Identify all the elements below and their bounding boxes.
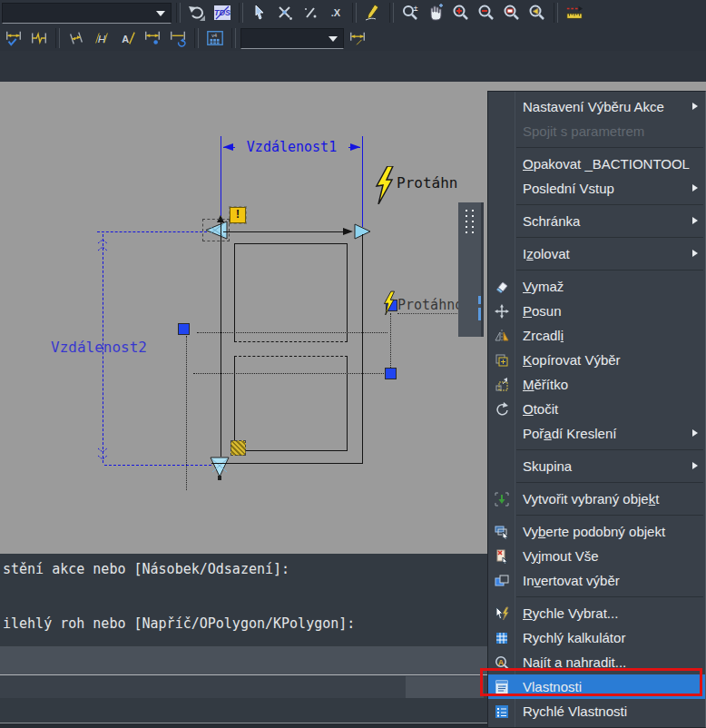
menu-item-label: Rychlý kalkulátor [515,630,625,645]
annotation-highlight-box [480,668,702,696]
menu-item-vytvo-it-vybran-objekt[interactable]: Vytvořit vybraný objekt [488,487,705,511]
grip-hatched[interactable] [230,440,246,456]
submenu-arrow-icon [692,250,698,257]
menu-item-label: Rychlé Vlastnosti [515,703,627,719]
menu-item-rychl-vlastnosti[interactable]: Rychlé Vlastnosti [488,699,705,723]
zoom-realtime-icon[interactable]: ± [398,2,422,24]
dim-linear-icon[interactable] [346,27,369,49]
break-at-point-icon[interactable] [299,2,322,24]
menu-item-zrcadli[interactable]: Zrcadli [488,323,705,348]
menu-item-schr-nka[interactable]: Schránka [488,209,705,233]
menu-item-po-ad-kreslen[interactable]: Pořadí Kreslení [488,421,705,446]
ruler-icon[interactable] [563,2,586,24]
dotted-line-v2 [390,313,391,369]
svg-text:v4: v4 [211,33,217,38]
dim-text-angle-icon[interactable]: A [115,27,139,49]
menu-item-vyma[interactable]: Vymaž [488,274,705,299]
menu-item-m-tko[interactable]: Měřítko [488,372,705,397]
menu-item-label: Poslední Vstup [515,181,614,196]
menu-item-posun[interactable]: Posun [488,299,705,323]
menu-item-posledn-vstup[interactable]: Poslední Vstup [488,176,705,201]
invert-selection-icon [488,574,515,588]
menu-item-invertovat-v-b-r[interactable]: Invertovat výběr [488,568,705,593]
dim-update-icon[interactable] [166,27,190,49]
frame-left-line [221,222,221,457]
menu-item-skupina[interactable]: Skupina [488,454,705,478]
dim-style-combo[interactable] [240,28,344,49]
dim-style-grid-icon[interactable]: v4 [203,27,227,49]
menu-item-izolovat[interactable]: Izolovat [488,241,705,266]
menu-item-vyjmout-v-e[interactable]: Vyjmout Vše [488,544,705,568]
toolbar-separator [554,3,558,23]
zoom-in-icon[interactable] [449,2,473,24]
toolbar-separator [55,28,60,48]
undo-arrow-icon[interactable] [185,2,209,24]
status-bar-segment[interactable] [406,676,484,698]
menu-item-oto-it[interactable]: Otočit [488,397,705,421]
toolbar-separator [389,3,394,23]
style-combo[interactable] [2,3,172,24]
menu-item-label: Invertovat výběr [515,573,620,588]
menu-item-rychl-kalkul-tor[interactable]: Rychlý kalkulátor [488,625,705,650]
grip-triangle-down[interactable] [209,456,230,480]
dimension-label-1: Vzdálenost1 [235,139,348,155]
svg-text:A: A [122,34,129,44]
zoom-window-icon[interactable] [500,2,524,24]
select-cursor-icon[interactable] [248,2,271,24]
menu-item-spojit-s-parametrem[interactable]: Spojit s parametrem [488,119,705,143]
chevron-down-icon [328,36,338,42]
menu-item-kop-rovat-v-b-r[interactable]: Kopírovat Výběr [488,348,705,372]
palette-tick-1 [478,296,481,304]
quick-select-icon [488,606,515,621]
dim1-extension-right [362,136,363,227]
menu-item-opakovat-bactiontool[interactable]: Opakovat _BACTIONTOOL [488,152,705,176]
pan-hand-icon[interactable] [424,2,447,24]
dim-check-icon[interactable] [2,27,25,49]
grip-square-2[interactable] [385,368,397,379]
zoom-out-icon[interactable] [475,2,498,24]
menu-item-label: Pořadí Kreslení [515,426,616,441]
break-x-icon[interactable] [273,2,297,24]
menu-item-vyberte-podobn-objekt[interactable]: Vyberte podobný objekt [488,519,705,544]
toolbar-dimension: HAv4 [0,25,706,51]
dotted-line-h1 [197,332,387,333]
dot-x-icon[interactable]: .X [324,2,348,24]
submenu-arrow-icon [692,184,698,192]
toolbar-separator [194,28,199,48]
warning-badge[interactable]: ! [230,207,246,223]
zoom-previous-icon[interactable] [525,2,549,24]
pane-lower [234,356,348,451]
select-similar-icon [488,525,515,539]
menu-separator [516,596,703,597]
menu-item-rychle-vybrat[interactable]: Rychle Vybrat... [488,601,705,625]
create-object-icon [488,492,515,507]
menu-item-label: Vytvořit vybraný objekt [515,491,659,507]
pen-icon[interactable] [361,2,385,24]
dim2-line-top [97,231,207,232]
dim-jog-icon[interactable] [27,27,51,49]
dim-baseline-icon[interactable] [141,27,164,49]
menu-separator [516,482,703,483]
svg-text:±: ± [414,4,418,13]
menu-separator [516,270,703,271]
menu-item-label: Skupina [515,458,572,474]
quick-properties-icon [488,704,515,719]
tds-logo-icon[interactable]: TDS [211,2,234,24]
action-label-stretch-2: Protáhno [397,297,463,314]
dim-oblique-icon[interactable] [64,27,88,49]
rotate-icon [488,402,515,417]
submenu-arrow-icon [692,217,698,224]
grip-triangle-left[interactable] [203,220,229,241]
dim-parallel-icon[interactable]: H [90,27,113,49]
menu-item-label: Izolovat [515,246,570,261]
menu-item-label: Kopírovat Výběr [515,352,621,368]
menu-item-nastaven-v-b-ru-akce[interactable]: Nastavení Výběru Akce [488,94,705,119]
svg-text:A: A [497,657,504,666]
menu-item-label: Nastavení Výběru Akce [515,99,664,114]
dim1-arrow-right [350,143,360,151]
palette-tick-2 [478,308,481,320]
quick-calc-icon [488,631,515,645]
menu-separator [516,237,703,238]
palette-grab-bar[interactable] [458,202,484,337]
grip-square-1[interactable] [178,323,190,335]
